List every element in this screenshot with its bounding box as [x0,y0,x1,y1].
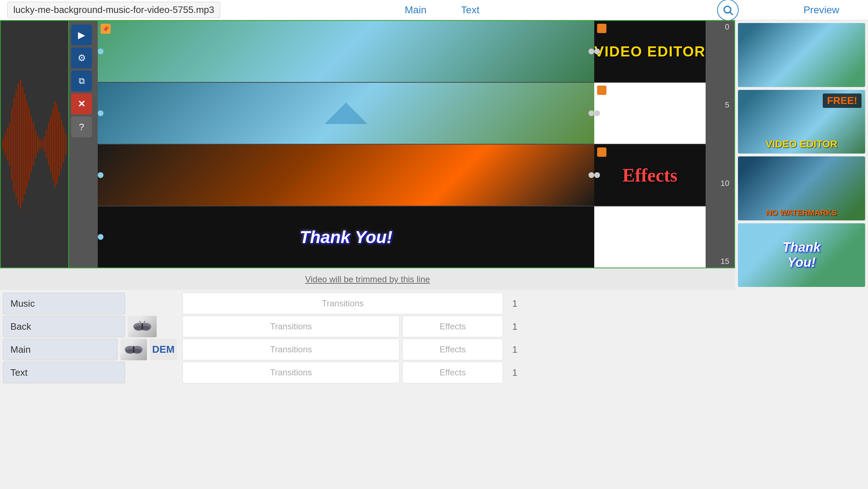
timeline-num-5: 5 [709,100,731,110]
count-badge-3: 1 [506,339,524,360]
connector-right-3 [588,172,594,178]
close-icon: ✕ [78,99,86,110]
text-strip-video-editor: VIDEO EDITOR [594,21,706,83]
transitions-btn-2[interactable]: Transitions [183,316,400,337]
preview-thumb-video-editor: FREE! VIDEO EDITOR [738,90,865,154]
top-area: ▶ ⚙ ⧉ ✕ ? [0,20,868,290]
tab-main[interactable]: Main [402,3,429,17]
menu-main-button[interactable]: Main [3,339,117,360]
timeline-num-10: 10 [709,179,731,188]
preview-button[interactable]: Preview [803,4,839,16]
text-strip-empty [594,206,706,268]
free-text: FREE! [827,95,857,106]
connector-left-2 [98,110,103,116]
menu-row-back: Back [3,316,177,337]
video-row-landscape[interactable]: 📌 [98,21,594,83]
controls-panel: ▶ ⚙ ⧉ ✕ ? [69,21,94,141]
connector-left-4 [98,234,103,240]
transitions-btn-3[interactable]: Transitions [183,339,400,360]
transition-row-3: Transitions Effects 1 [183,339,524,360]
pin-symbol: 📌 [102,26,109,32]
copy-button[interactable]: ⧉ [71,70,92,91]
effects-btn-4[interactable]: Effects [402,362,503,383]
thankyou-text: Thank You! [300,227,393,247]
trim-line-text: Video will be trimmed by this line [305,274,430,284]
menu-row-text: Text [3,362,177,383]
pin-icon-text-1 [597,24,606,33]
preview-thumb-thankyou: Thank You! [738,223,865,287]
svg-point-0 [724,6,731,13]
timeline-num-15: 15 [709,257,731,266]
timeline-main: ▶ ⚙ ⧉ ✕ ? [0,20,735,268]
back-thumb [128,316,157,337]
count-badge-4: 1 [506,362,524,383]
connector-left-3 [98,172,103,178]
connector-right-1 [588,49,594,54]
preview-thumb-hangglider: NO WATERMARKS [738,156,865,220]
search-icon [722,4,734,16]
bottom-right-spacer [527,290,868,489]
filename-display: lucky-me-background-music-for-video-5755… [7,2,220,18]
help-icon: ? [79,122,84,133]
video-editor-text: VIDEO EDITOR [594,44,706,60]
bottom-section: Music Back [0,290,868,489]
butterfly-icon-1 [131,317,153,335]
connector-text-left-2 [594,110,600,116]
tab-text[interactable]: Text [458,3,482,17]
thankyou-label: Thank You! [300,228,393,247]
timeline-num-0: 0 [709,22,731,32]
connector-right-2 [588,110,594,116]
no-watermarks-text: NO WATERMARKS [738,205,865,220]
video-editor-label: VIDEO EDITOR [766,138,837,150]
text-strip-without-reg [594,83,706,145]
video-row-thankyou[interactable]: Thank You! [98,206,594,268]
audio-waveform-strip [1,21,69,268]
play-button[interactable]: ▶ [71,24,92,45]
transitions-btn-4[interactable]: Transitions [183,362,400,383]
dem-thumb: DEM [150,339,177,360]
svg-rect-13 [133,346,134,353]
help-button[interactable]: ? [71,116,92,137]
svg-line-8 [144,321,145,323]
header: lucky-me-background-music-for-video-5755… [0,0,868,20]
settings-button[interactable]: ⚙ [71,47,92,68]
count-badge-2: 1 [506,316,524,337]
menu-row-music: Music [3,293,177,314]
main-layout: ▶ ⚙ ⧉ ✕ ? [0,20,868,489]
effects-btn-3[interactable]: Effects [402,339,503,360]
count-badge-1: 1 [506,293,524,314]
search-button[interactable] [717,0,739,21]
transitions-btn-1[interactable]: Transitions [183,293,503,314]
menu-back-button[interactable]: Back [3,316,125,337]
svg-line-1 [730,12,733,15]
video-column-right: VIDEO EDITOR Effects [594,21,706,268]
thankyou-preview-label: Thank You! [782,240,821,270]
video-column-left: 📌 [98,21,594,268]
timeline-numbers: 0 5 10 15 [709,21,731,268]
effects-btn-2[interactable]: Effects [402,316,503,337]
menu-text-button[interactable]: Text [3,362,125,383]
transition-row-2: Transitions Effects 1 [183,316,524,337]
waveform [1,21,68,268]
delete-button[interactable]: ✕ [71,93,92,114]
play-icon: ▶ [78,29,85,41]
connector-text-left-1 [594,49,600,54]
pin-icon-1: 📌 [101,24,111,34]
preview-thumb-landscape [738,23,865,87]
main-thumb [120,339,147,360]
video-editor-preview-text: VIDEO EDITOR [738,138,865,150]
effects-text: Effects [622,165,677,186]
connector-text-left-3 [594,172,600,178]
copy-icon: ⧉ [79,76,85,86]
pin-icon-text-3 [597,147,606,157]
video-row-fire[interactable] [98,145,594,206]
thankyou-preview-text: Thank You! [770,240,834,270]
hangglider-shape [324,102,368,124]
video-row-hangglider[interactable] [98,83,594,145]
transition-row-1: Transitions 1 [183,293,524,314]
menu-row-main: Main DEM [3,339,177,360]
pin-icon-text-2 [597,86,606,95]
side-menu: Music Back [0,290,180,489]
free-badge: FREE! [823,93,862,108]
menu-music-button[interactable]: Music [3,293,125,314]
